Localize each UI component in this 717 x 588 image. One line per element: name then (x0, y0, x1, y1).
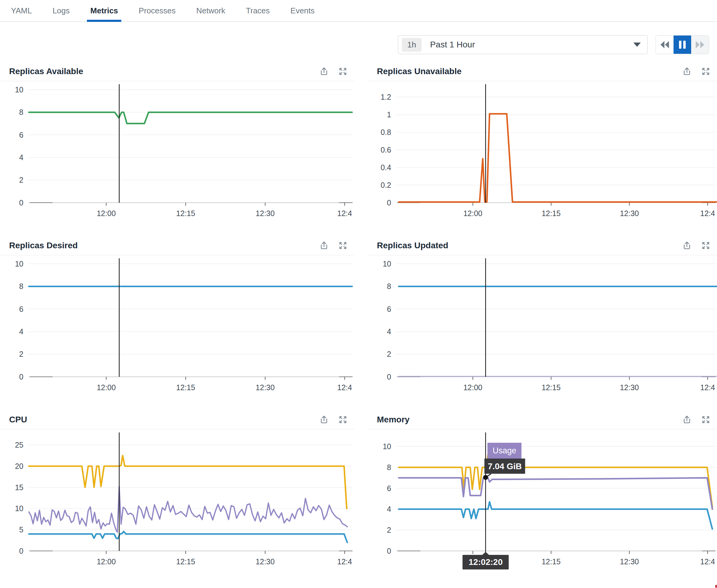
export-button[interactable] (319, 240, 329, 251)
pause-button[interactable] (674, 36, 691, 54)
panel-header: Replicas Desired (0, 237, 354, 255)
expand-button[interactable] (701, 240, 711, 251)
tab-label: Traces (246, 6, 270, 16)
expand-icon (338, 66, 348, 77)
tab-label: Logs (52, 6, 70, 16)
tab-processes[interactable]: Processes (138, 0, 176, 21)
tab-label: Metrics (90, 6, 118, 16)
svg-text:12:4: 12:4 (700, 383, 715, 392)
expand-button[interactable] (338, 415, 348, 425)
export-icon (319, 66, 329, 77)
svg-text:10: 10 (15, 85, 23, 94)
svg-text:6: 6 (387, 484, 391, 492)
svg-text:7.04 GiB: 7.04 GiB (488, 462, 522, 471)
svg-text:1: 1 (387, 110, 391, 119)
svg-text:12:15: 12:15 (176, 557, 195, 566)
svg-text:10: 10 (383, 259, 391, 268)
svg-text:4: 4 (387, 327, 391, 336)
fast-forward-button[interactable] (691, 36, 709, 54)
rewind-button[interactable] (656, 36, 674, 54)
export-button[interactable] (319, 415, 329, 425)
svg-text:20: 20 (15, 462, 23, 470)
svg-text:10: 10 (15, 259, 23, 268)
svg-text:0: 0 (387, 373, 391, 381)
svg-text:8: 8 (19, 282, 23, 291)
replicas-available-chart[interactable]: 108642012:0012:1512:3012:4 (0, 81, 354, 224)
svg-text:8: 8 (387, 282, 391, 291)
replicas-updated-chart[interactable]: 108642012:0012:1512:3012:4 (368, 255, 717, 398)
svg-text:10: 10 (383, 442, 391, 450)
rewind-icon (659, 40, 671, 50)
svg-text:12:15: 12:15 (542, 557, 561, 566)
tab-traces[interactable]: Traces (245, 0, 271, 21)
svg-text:1.2: 1.2 (381, 93, 391, 101)
expand-button[interactable] (338, 240, 348, 251)
corner-artifact (715, 585, 717, 588)
export-icon (682, 66, 692, 77)
cpu-chart[interactable]: 252015105012:0012:1512:3012:4 (0, 429, 354, 572)
export-button[interactable] (682, 415, 692, 425)
time-range-select[interactable]: 1h Past 1 Hour (398, 35, 648, 54)
panel-title: Replicas Unavailable (377, 66, 673, 76)
replicas-desired-chart[interactable]: 108642012:0012:1512:3012:4 (0, 255, 354, 398)
tab-label: Processes (139, 6, 175, 16)
panel-header: CPU (0, 411, 354, 429)
tab-yaml[interactable]: YAML (10, 0, 33, 21)
svg-text:0: 0 (387, 547, 391, 555)
svg-text:4: 4 (19, 153, 23, 162)
svg-text:0.2: 0.2 (381, 181, 391, 189)
svg-text:Usage: Usage (493, 446, 516, 455)
svg-text:25: 25 (15, 441, 23, 449)
svg-text:2: 2 (19, 176, 23, 184)
svg-text:12:4: 12:4 (700, 209, 715, 217)
panel-title: Memory (377, 415, 673, 424)
tab-metrics[interactable]: Metrics (90, 0, 119, 21)
panel-title: Replicas Desired (9, 241, 310, 250)
tab-network[interactable]: Network (196, 0, 226, 21)
fast-forward-icon (694, 40, 706, 50)
svg-text:8: 8 (387, 463, 391, 471)
chart-grid: Replicas Available 108642012:0012:1512:3… (0, 63, 717, 572)
export-icon (682, 415, 692, 425)
tab-label: Network (196, 6, 225, 16)
expand-button[interactable] (701, 66, 711, 77)
tab-events[interactable]: Events (290, 0, 316, 21)
svg-text:0.6: 0.6 (381, 146, 391, 154)
svg-text:12:15: 12:15 (176, 209, 195, 217)
svg-text:12:4: 12:4 (337, 209, 352, 217)
svg-text:12:4: 12:4 (337, 383, 352, 392)
svg-text:8: 8 (19, 108, 23, 117)
panel-title: Replicas Available (9, 66, 310, 76)
panel-replicas-desired: Replicas Desired 108642012:0012:1512:301… (0, 237, 354, 398)
time-range-badge: 1h (402, 38, 422, 52)
svg-text:12:15: 12:15 (542, 383, 561, 392)
chevron-down-icon[interactable] (633, 43, 641, 47)
panel-replicas-available: Replicas Available 108642012:0012:1512:3… (0, 63, 354, 224)
panel-memory: Memory 108642012:0012:1512:3012:4Usage7.… (368, 411, 717, 572)
svg-text:15: 15 (15, 483, 23, 492)
svg-text:4: 4 (387, 505, 391, 513)
time-controls-row: 1h Past 1 Hour (0, 22, 717, 63)
svg-text:0: 0 (19, 373, 23, 381)
expand-button[interactable] (338, 66, 348, 77)
svg-text:12:02:20: 12:02:20 (469, 557, 503, 567)
svg-text:0.8: 0.8 (381, 128, 391, 136)
panel-title: CPU (9, 415, 310, 424)
svg-text:12:30: 12:30 (620, 383, 639, 392)
export-icon (319, 415, 329, 425)
svg-text:6: 6 (19, 305, 23, 313)
replicas-unavailable-chart[interactable]: 1.210.80.60.40.2012:0012:1512:3012:4 (368, 81, 717, 224)
svg-text:12:30: 12:30 (256, 383, 275, 392)
memory-chart[interactable]: 108642012:0012:1512:3012:4Usage7.04 GiB1… (368, 429, 717, 572)
export-button[interactable] (682, 66, 692, 77)
expand-icon (338, 415, 348, 425)
svg-text:6: 6 (387, 305, 391, 313)
expand-icon (701, 415, 711, 425)
expand-button[interactable] (701, 415, 711, 425)
tab-logs[interactable]: Logs (52, 0, 70, 21)
panel-title: Replicas Updated (377, 241, 673, 250)
panel-header: Replicas Unavailable (368, 63, 717, 81)
export-button[interactable] (682, 240, 692, 251)
svg-text:12:00: 12:00 (463, 383, 482, 392)
export-button[interactable] (319, 66, 329, 77)
